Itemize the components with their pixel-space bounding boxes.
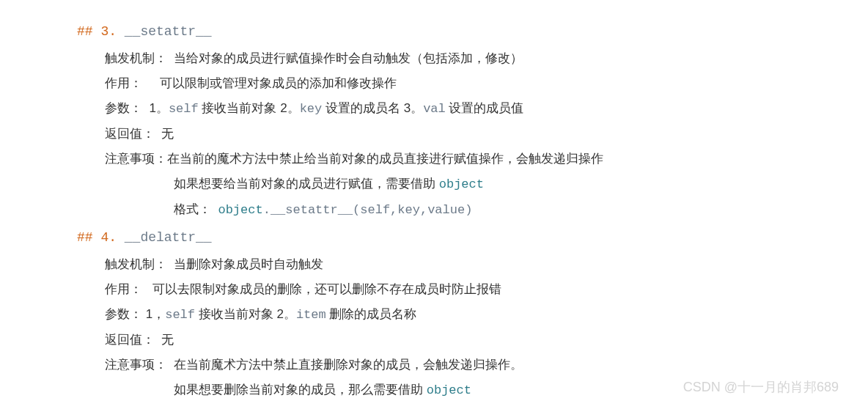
param-val: val <box>423 102 446 116</box>
document-body: ## 3. __setattr__ 触发机制： 当给对象的成员进行赋值操作时会自… <box>0 0 868 409</box>
format-line: 格式： object.__delattr__(self,item) <box>77 403 868 409</box>
trigger-text: 当删除对象成员时自动触发 <box>174 257 323 271</box>
param-t1: 1， <box>146 307 165 321</box>
heading-prefix: ## 3. <box>77 24 125 39</box>
note-text-1: 在当前魔术方法中禁止直接删除对象的成员，会触发递归操作。 <box>174 358 523 372</box>
trigger-line: 触发机制： 当删除对象成员时自动触发 <box>77 252 868 277</box>
format-label: 格式： <box>174 202 215 216</box>
param-line: 参数： 1。self 接收当前对象 2。key 设置的成员名 3。val 设置的… <box>77 96 868 122</box>
note-label: 注意事项： <box>105 152 167 166</box>
format-object: object <box>218 203 262 217</box>
object-keyword: object <box>439 177 484 191</box>
section-3-heading: ## 3. __setattr__ <box>77 18 868 45</box>
return-label: 返回值： <box>105 127 155 141</box>
section-3-body: 触发机制： 当给对象的成员进行赋值操作时会自动触发（包括添加，修改） 作用： 可… <box>77 46 868 223</box>
format-dot: . <box>263 203 271 217</box>
use-line: 作用： 可以限制或管理对象成员的添加和修改操作 <box>77 71 868 96</box>
param-key: key <box>300 102 323 116</box>
param-line: 参数： 1，self 接收当前对象 2。item 删除的成员名称 <box>77 302 868 328</box>
param-m2: 设置的成员名 3。 <box>322 101 423 115</box>
heading-prefix: ## 4. <box>77 230 125 245</box>
note-text-2a: 如果想要给当前对象的成员进行赋值，需要借助 <box>174 177 439 191</box>
return-line: 返回值： 无 <box>77 122 868 147</box>
param-label: 参数： <box>105 307 142 321</box>
trigger-label: 触发机制： <box>105 51 167 65</box>
format-args: (self,key,value) <box>353 203 472 217</box>
object-keyword: object <box>427 383 471 397</box>
trigger-label: 触发机制： <box>105 257 167 271</box>
csdn-watermark: CSDN @十一月的肖邦689 <box>683 374 839 400</box>
use-label: 作用： <box>105 76 142 90</box>
return-line: 返回值： 无 <box>77 328 868 353</box>
heading-method: __setattr__ <box>125 24 212 39</box>
note-text-2a: 如果想要删除当前对象的成员，那么需要借助 <box>174 383 427 397</box>
note-label: 注意事项： <box>105 358 167 372</box>
return-label: 返回值： <box>105 333 155 347</box>
format-method: __setattr__ <box>271 203 353 217</box>
param-m1: 接收当前对象 2。 <box>195 307 296 321</box>
use-line: 作用： 可以去限制对象成员的删除，还可以删除不存在成员时防止报错 <box>77 277 868 302</box>
use-text: 可以限制或管理对象成员的添加和修改操作 <box>160 76 397 90</box>
trigger-text: 当给对象的成员进行赋值操作时会自动触发（包括添加，修改） <box>174 51 523 65</box>
return-text: 无 <box>161 333 174 347</box>
param-m1: 接收当前对象 2。 <box>199 101 300 115</box>
param-self: self <box>165 308 195 322</box>
param-item: item <box>296 308 326 322</box>
trigger-line: 触发机制： 当给对象的成员进行赋值操作时会自动触发（包括添加，修改） <box>77 46 868 71</box>
param-t1: 1。 <box>149 101 168 115</box>
note-text-1: 在当前的魔术方法中禁止给当前对象的成员直接进行赋值操作，会触发递归操作 <box>167 152 603 166</box>
note-line-2: 如果想要给当前对象的成员进行赋值，需要借助 object <box>77 172 868 197</box>
param-self: self <box>169 102 199 116</box>
param-m3: 设置的成员值 <box>446 101 524 115</box>
use-label: 作用： <box>105 282 142 296</box>
format-line: 格式： object.__setattr__(self,key,value) <box>77 197 868 223</box>
param-m2: 删除的成员名称 <box>326 307 417 321</box>
use-text: 可以去限制对象成员的删除，还可以删除不存在成员时防止报错 <box>152 282 501 296</box>
heading-method: __delattr__ <box>125 230 212 245</box>
param-label: 参数： <box>105 101 142 115</box>
note-line-1: 注意事项：在当前的魔术方法中禁止给当前对象的成员直接进行赋值操作，会触发递归操作 <box>77 147 868 172</box>
return-text: 无 <box>161 127 174 141</box>
section-4-heading: ## 4. __delattr__ <box>77 224 868 251</box>
